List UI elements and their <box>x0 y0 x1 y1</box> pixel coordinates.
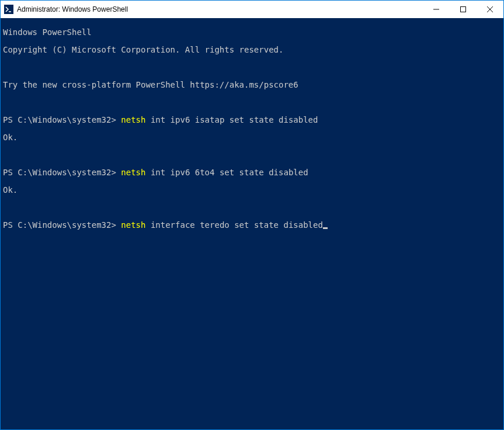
maximize-button[interactable] <box>450 1 477 18</box>
minimize-icon <box>433 6 439 12</box>
command-keyword: netsh <box>121 115 145 124</box>
output-line: Ok. <box>3 133 501 142</box>
powershell-icon <box>4 5 13 14</box>
command-line: PS C:\Windows\system32> netsh int ipv6 i… <box>3 116 501 124</box>
close-button[interactable] <box>477 1 503 18</box>
close-icon <box>487 6 493 12</box>
command-line: PS C:\Windows\system32> netsh interface … <box>3 221 501 230</box>
banner-line: Try the new cross-platform PowerShell ht… <box>3 81 501 89</box>
command-keyword: netsh <box>121 220 145 230</box>
powershell-window: Administrator: Windows PowerShell Window… <box>0 0 504 430</box>
prompt: PS C:\Windows\system32> <box>3 115 121 124</box>
command-args: interface teredo set state disabled <box>145 220 322 230</box>
minimize-button[interactable] <box>423 1 450 18</box>
prompt: PS C:\Windows\system32> <box>3 168 121 177</box>
titlebar[interactable]: Administrator: Windows PowerShell <box>1 1 503 18</box>
blank-line <box>3 63 501 72</box>
prompt: PS C:\Windows\system32> <box>3 220 121 230</box>
command-line: PS C:\Windows\system32> netsh int ipv6 6… <box>3 168 501 177</box>
cursor <box>323 227 328 229</box>
blank-line <box>3 151 501 159</box>
svg-rect-3 <box>461 7 466 12</box>
blank-line <box>3 203 501 212</box>
command-args: int ipv6 isatap set state disabled <box>145 115 318 124</box>
maximize-icon <box>460 6 466 12</box>
window-title: Administrator: Windows PowerShell <box>17 5 128 13</box>
blank-line <box>3 98 501 107</box>
terminal-area[interactable]: Windows PowerShell Copyright (C) Microso… <box>1 18 503 429</box>
command-args: int ipv6 6to4 set state disabled <box>145 168 308 177</box>
banner-line: Copyright (C) Microsoft Corporation. All… <box>3 46 501 54</box>
banner-line: Windows PowerShell <box>3 28 501 37</box>
output-line: Ok. <box>3 186 501 195</box>
window-controls <box>423 1 503 18</box>
command-keyword: netsh <box>121 168 145 177</box>
